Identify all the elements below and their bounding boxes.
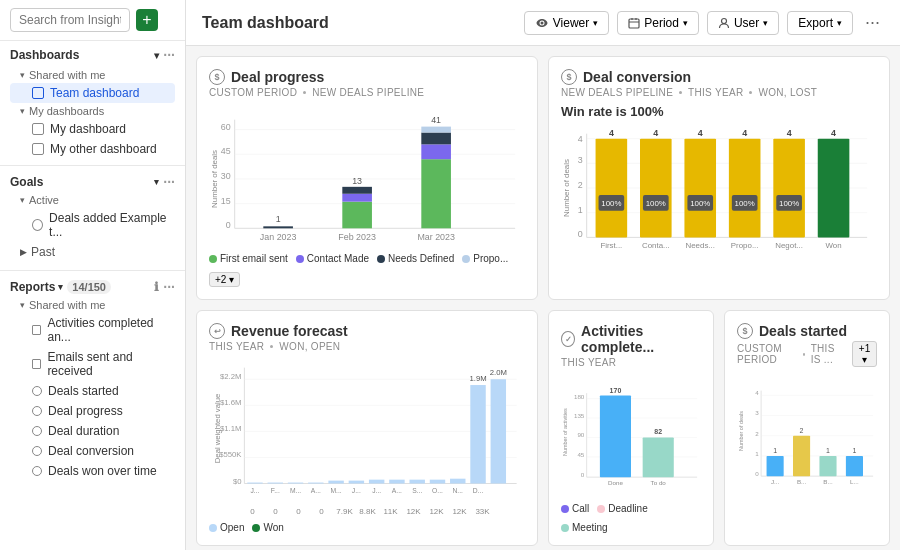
svg-text:$1.6M: $1.6M	[220, 398, 241, 407]
goals-header[interactable]: Goals ▾ ···	[10, 174, 175, 190]
deal-progress-card: $ Deal progress CUSTOM PERIOD NEW DEALS …	[196, 56, 538, 300]
svg-text:A...: A...	[311, 487, 321, 494]
legend-call: Call	[561, 503, 589, 514]
svg-text:Conta...: Conta...	[642, 241, 670, 250]
svg-text:Negot...: Negot...	[775, 241, 803, 250]
reports-menu-icon[interactable]: ···	[163, 279, 175, 295]
svg-text:90: 90	[577, 432, 584, 439]
svg-rect-69	[818, 139, 850, 238]
dashboards-header[interactable]: Dashboards ▾ ···	[10, 47, 175, 63]
export-chevron: ▾	[837, 18, 842, 28]
svg-text:4: 4	[578, 134, 583, 144]
svg-text:1: 1	[755, 450, 759, 457]
sidebar-item-deal-progress[interactable]: Deal progress	[10, 401, 175, 421]
dashboard-grid: $ Deal progress CUSTOM PERIOD NEW DEALS …	[186, 46, 900, 550]
chevron-shared-reports: ▾	[20, 300, 25, 310]
svg-text:0: 0	[226, 220, 231, 230]
goals-label: Goals	[10, 175, 43, 189]
reports-info-icon[interactable]: ℹ	[154, 280, 159, 294]
calendar-icon	[628, 17, 640, 29]
activities-meta: THIS YEAR	[561, 357, 701, 368]
deal-conversion-icon	[32, 446, 42, 456]
svg-text:$2.2M: $2.2M	[220, 372, 241, 381]
svg-text:N...: N...	[453, 487, 464, 494]
main-content: Team dashboard Viewer ▾ Period ▾ User ▾ …	[186, 0, 900, 550]
svg-text:Feb 2023: Feb 2023	[338, 232, 376, 242]
svg-text:0: 0	[755, 470, 759, 477]
export-button[interactable]: Export ▾	[787, 11, 853, 35]
user-button[interactable]: User ▾	[707, 11, 779, 35]
sidebar-item-deals-won[interactable]: Deals won over time	[10, 461, 175, 481]
sidebar-item-activities[interactable]: Activities completed an...	[10, 313, 175, 347]
deals-started-title: $ Deals started	[737, 323, 877, 339]
svg-text:135: 135	[574, 412, 585, 419]
eye-icon	[535, 18, 549, 28]
deals-started-label: Deals started	[48, 384, 119, 398]
svg-rect-141	[767, 456, 784, 476]
svg-text:J...: J...	[771, 478, 780, 485]
svg-text:Done: Done	[608, 479, 623, 486]
svg-text:100%: 100%	[601, 199, 621, 208]
activities-icon	[32, 325, 41, 335]
svg-rect-87	[308, 483, 323, 484]
deal-progress-meta: CUSTOM PERIOD NEW DEALS PIPELINE	[209, 87, 525, 98]
svg-text:13: 13	[352, 176, 362, 186]
user-chevron: ▾	[763, 18, 768, 28]
svg-text:J...: J...	[352, 487, 361, 494]
sidebar-item-deal-conversion[interactable]: Deal conversion	[10, 441, 175, 461]
svg-rect-59	[729, 139, 761, 238]
search-input[interactable]	[10, 8, 130, 32]
goals-menu-icon[interactable]: ···	[163, 174, 175, 190]
dashboards-menu-icon[interactable]: ···	[163, 47, 175, 63]
svg-rect-27	[421, 144, 451, 159]
svg-rect-18	[263, 226, 293, 228]
svg-rect-85	[268, 483, 283, 484]
active-group: ▾ Active	[10, 192, 175, 208]
sidebar-item-emails[interactable]: Emails sent and received	[10, 347, 175, 381]
dashboards-section: Dashboards ▾ ··· ▾ Shared with me Team d…	[0, 41, 185, 161]
svg-text:2.0M: 2.0M	[490, 368, 507, 377]
svg-text:To do: To do	[651, 479, 667, 486]
legend-more-button[interactable]: +2 ▾	[209, 272, 240, 287]
svg-text:45: 45	[221, 146, 231, 156]
svg-text:15: 15	[221, 196, 231, 206]
sidebar-item-deal-duration[interactable]: Deal duration	[10, 421, 175, 441]
deal-progress-label: Deal progress	[48, 404, 123, 418]
sidebar-item-deals-started[interactable]: Deals started	[10, 381, 175, 401]
svg-rect-88	[328, 481, 343, 484]
won-dot	[252, 524, 260, 532]
bottom-right-cards: ✓ Activities complete... THIS YEAR Numbe…	[548, 310, 890, 546]
legend-deadline: Deadline	[597, 503, 647, 514]
deal-conversion-card: $ Deal conversion NEW DEALS PIPELINE THI…	[548, 56, 890, 300]
deals-started-filter[interactable]: +1 ▾	[852, 341, 877, 367]
svg-rect-54	[684, 139, 716, 238]
sidebar-item-deals-added[interactable]: Deals added Example t...	[10, 208, 175, 242]
activities-chart: Number of activities 0 45 90 135 180	[561, 374, 701, 497]
deal-conversion-meta: NEW DEALS PIPELINE THIS YEAR WON, LOST	[561, 87, 877, 98]
svg-text:3: 3	[755, 410, 759, 417]
deals-added-icon	[32, 219, 43, 231]
viewer-chevron: ▾	[593, 18, 598, 28]
svg-text:3: 3	[578, 155, 583, 165]
past-group[interactable]: ▶ Past	[10, 242, 175, 262]
sidebar-item-my-dashboard[interactable]: My dashboard	[10, 119, 175, 139]
add-button[interactable]: +	[136, 9, 158, 31]
svg-text:1: 1	[852, 447, 856, 454]
reports-header[interactable]: Reports ▾ 14/150 ℹ ···	[10, 279, 175, 295]
sidebar-item-my-other-dashboard[interactable]: My other dashboard	[10, 139, 175, 159]
period-button[interactable]: Period ▾	[617, 11, 699, 35]
svg-text:1.9M: 1.9M	[469, 374, 486, 383]
svg-text:F...: F...	[271, 487, 280, 494]
svg-text:S...: S...	[412, 487, 422, 494]
svg-text:$0: $0	[233, 477, 242, 486]
deals-started-card: $ Deals started CUSTOM PERIOD THIS IS ..…	[724, 310, 890, 546]
viewer-button[interactable]: Viewer ▾	[524, 11, 609, 35]
activities-title: ✓ Activities complete...	[561, 323, 701, 355]
revenue-x-values: 0 0 0 0 7.9K 8.8K 11K 12K 12K 12K 33K	[242, 507, 525, 516]
svg-rect-44	[596, 139, 628, 238]
more-options-button[interactable]: ···	[861, 10, 884, 35]
svg-text:180: 180	[574, 393, 585, 400]
sidebar-item-team-dashboard[interactable]: Team dashboard	[10, 83, 175, 103]
svg-rect-49	[640, 139, 672, 238]
svg-text:J...: J...	[250, 487, 259, 494]
